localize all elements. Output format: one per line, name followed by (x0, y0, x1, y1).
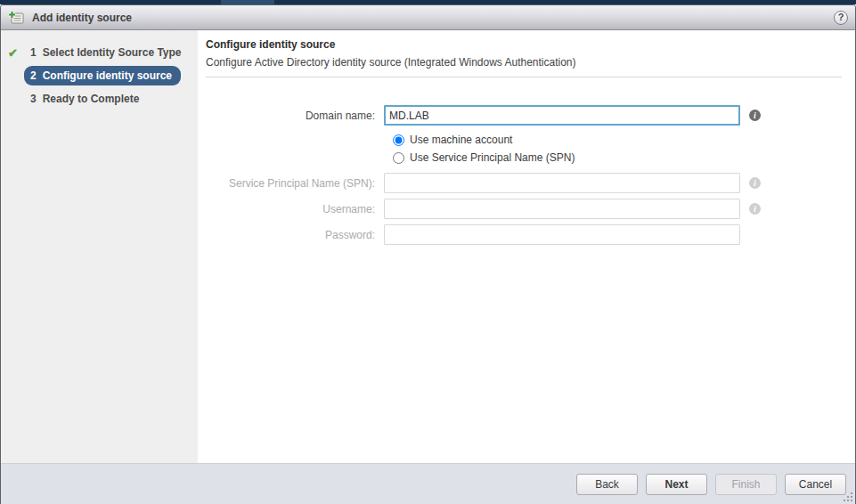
step-ready-to-complete: 3Ready to Complete (1, 89, 198, 109)
page-subtitle: Configure Active Directory identity sour… (206, 56, 842, 69)
username-label: Username: (206, 203, 384, 215)
wizard-steps-sidebar: ✔ 1Select Identity Source Type 2Configur… (1, 30, 198, 463)
domain-name-label: Domain name: (206, 110, 384, 122)
radio-label: Use Service Principal Name (SPN) (410, 151, 575, 164)
add-identity-source-icon (8, 11, 25, 25)
resize-grip[interactable] (843, 492, 853, 502)
account-type-radio-group: Use machine account Use Service Principa… (393, 131, 842, 167)
back-button[interactable]: Back (576, 474, 638, 495)
use-machine-account-option[interactable]: Use machine account (393, 131, 842, 149)
step-select-identity-source-type[interactable]: ✔ 1Select Identity Source Type (1, 43, 198, 62)
add-identity-source-dialog: Add identity source ? ✔ 1Select Identity… (0, 4, 856, 504)
username-input (384, 199, 740, 219)
check-icon: ✔ (8, 47, 24, 59)
cancel-button[interactable]: Cancel (785, 474, 846, 495)
dialog-body: ✔ 1Select Identity Source Type 2Configur… (1, 30, 855, 463)
spn-label: Service Principal Name (SPN): (206, 177, 384, 190)
use-machine-account-radio[interactable] (393, 134, 404, 146)
finish-button: Finish (715, 474, 777, 495)
spn-row: Service Principal Name (SPN): i (206, 173, 842, 193)
dialog-titlebar: Add identity source ? (1, 5, 855, 30)
divider (206, 77, 842, 77)
step-label: Select Identity Source Type (43, 46, 182, 59)
step-label: Configure identity source (43, 69, 172, 82)
use-spn-radio[interactable] (393, 152, 404, 164)
dialog-title: Add identity source (32, 12, 834, 24)
password-label: Password: (206, 229, 384, 241)
help-icon[interactable]: ? (834, 11, 848, 25)
page-title: Configure identity source (206, 38, 842, 51)
domain-name-input[interactable] (384, 105, 740, 126)
username-info-icon: i (749, 203, 761, 215)
main-content: Configure identity source Configure Acti… (198, 30, 855, 463)
identity-source-form: Domain name: i Use machine account Use S… (206, 105, 842, 245)
step-configure-identity-source[interactable]: 2Configure identity source (1, 66, 198, 85)
domain-name-row: Domain name: i (206, 105, 842, 126)
radio-label: Use machine account (410, 134, 512, 146)
spn-info-icon: i (749, 177, 761, 189)
step-number: 1 (30, 46, 37, 59)
next-button[interactable]: Next (646, 474, 707, 495)
password-input (384, 224, 740, 245)
password-row: Password: (206, 224, 842, 245)
step-number: 2 (30, 69, 37, 82)
dialog-footer: Back Next Finish Cancel (1, 463, 855, 504)
use-spn-option[interactable]: Use Service Principal Name (SPN) (393, 149, 842, 167)
step-number: 3 (30, 93, 37, 105)
step-label: Ready to Complete (43, 93, 140, 105)
username-row: Username: i (206, 199, 842, 219)
domain-info-icon[interactable]: i (749, 110, 761, 121)
spn-input (384, 173, 740, 193)
